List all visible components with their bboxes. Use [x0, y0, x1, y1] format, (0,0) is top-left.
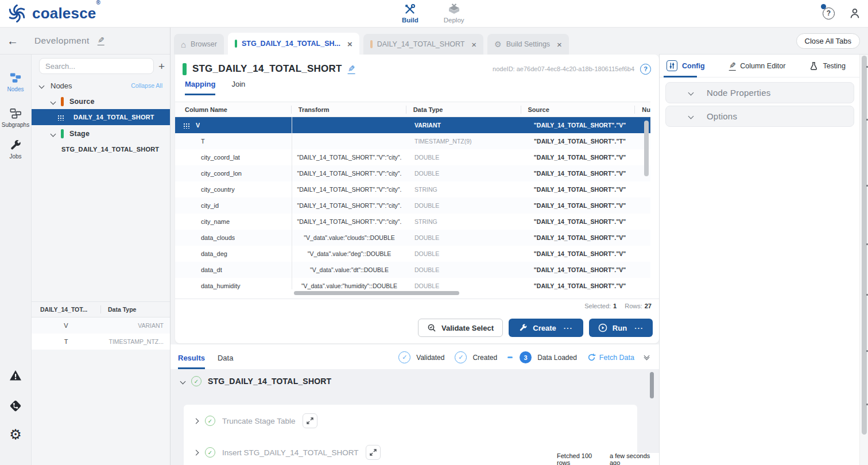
- expand-step-button[interactable]: [303, 413, 317, 428]
- results-scrollbar[interactable]: [650, 372, 654, 398]
- mapping-row[interactable]: data_clouds"V_data".value:"clouds"::DOUB…: [175, 230, 650, 246]
- created-check-icon: [455, 351, 467, 363]
- collapse-results-icon[interactable]: [645, 356, 649, 359]
- column-name-text: city_id: [201, 202, 219, 209]
- validate-select-button[interactable]: Validate Select: [418, 319, 503, 337]
- search-input[interactable]: [39, 58, 154, 74]
- mapping-row[interactable]: VVARIANT"DAILY_14_TOTAL_SHORT"."V": [175, 117, 650, 133]
- mapping-row[interactable]: city_coord_lat"DAILY_14_TOTAL_SHORT"."V"…: [175, 149, 650, 165]
- tab-config[interactable]: Config: [666, 60, 705, 71]
- mapping-row[interactable]: TTIMESTAMP_NTZ(9)"DAILY_14_TOTAL_SHORT".…: [175, 133, 650, 149]
- tab-build-settings[interactable]: ⚙ Build Settings ×: [487, 34, 569, 55]
- tab-stg-daily-14-total-short[interactable]: STG_DAILY_14_TOTAL_SH... ×: [228, 33, 359, 55]
- coalesce-logo[interactable]: coalesce®: [7, 3, 100, 24]
- tab-results[interactable]: Results: [178, 354, 205, 369]
- close-all-tabs-button[interactable]: Close All Tabs: [796, 33, 860, 49]
- cell-transform: "DAILY_14_TOTAL_SHORT"."V":"city".: [292, 154, 407, 161]
- node-title: STG_DAILY_14_TOTAL_SHORT: [192, 63, 342, 75]
- cell-column-name: V: [175, 122, 292, 129]
- chevron-down-icon[interactable]: [180, 378, 186, 384]
- cell-data-type: VARIANT: [407, 122, 522, 129]
- tab-data[interactable]: Data: [218, 354, 233, 369]
- stage-badge-icon: [61, 129, 64, 138]
- run-button[interactable]: Run ···: [589, 319, 653, 337]
- settings-button[interactable]: ⚙: [0, 428, 31, 441]
- tab-browser[interactable]: ⌂ Browser: [174, 34, 224, 55]
- create-more-menu[interactable]: ···: [564, 324, 573, 332]
- cell-source: "DAILY_14_TOTAL_SHORT"."V": [522, 234, 637, 241]
- preview-row[interactable]: VVARIANT: [32, 317, 170, 334]
- accordion-node-properties[interactable]: Node Properties: [665, 82, 854, 103]
- results-node-row[interactable]: STG_DAILY_14_TOTAL_SHORT: [181, 376, 331, 386]
- close-all-tabs-label: Close All Tabs: [805, 37, 851, 45]
- column-name-text: data_dt: [201, 266, 222, 273]
- drag-handle-icon[interactable]: [183, 122, 190, 129]
- step-row[interactable]: Truncate Stage Table: [194, 412, 637, 429]
- problems-button[interactable]: [0, 369, 31, 382]
- fetched-rows-text: Fetched 100 rows: [557, 452, 604, 465]
- back-arrow-icon[interactable]: ←: [0, 34, 25, 48]
- cell-column-name: city_id: [175, 202, 292, 209]
- accordion-options[interactable]: Options: [665, 106, 854, 127]
- chevron-down-icon[interactable]: [51, 131, 56, 137]
- cell-data-type: DOUBLE: [407, 282, 522, 289]
- cell-source: "DAILY_14_TOTAL_SHORT"."V": [522, 122, 637, 129]
- mapping-row[interactable]: city_id"DAILY_14_TOTAL_SHORT"."V":"city"…: [175, 197, 650, 214]
- mapping-row[interactable]: city_country"DAILY_14_TOTAL_SHORT"."V":"…: [175, 181, 650, 197]
- page-scrollbar-thumb[interactable]: [862, 56, 867, 435]
- preview-data-type: VARIANT: [100, 322, 170, 329]
- close-tab-icon[interactable]: ×: [471, 40, 476, 49]
- add-node-button[interactable]: +: [158, 61, 165, 72]
- tab-mapping[interactable]: Mapping: [185, 80, 215, 95]
- mapping-row[interactable]: data_humidity"V_data".value:"humidity"::…: [175, 278, 650, 289]
- rail-item-nodes[interactable]: Nodes: [0, 72, 31, 92]
- node-help-icon[interactable]: ?: [640, 64, 651, 75]
- run-more-menu[interactable]: ···: [634, 324, 644, 332]
- horizontal-scrollbar[interactable]: [294, 291, 459, 295]
- tab-join[interactable]: Join: [231, 80, 245, 95]
- column-name-text: data_humidity: [201, 282, 241, 289]
- tab-column-editor[interactable]: ✎ Column Editor: [729, 61, 786, 71]
- tree-item-daily-14-total-short[interactable]: DAILY_14_TOTAL_SHORT: [32, 109, 170, 125]
- config-panel: Config ✎ Column Editor Testing Node Prop…: [659, 55, 859, 465]
- chevron-right-icon[interactable]: [193, 450, 199, 455]
- mapping-row[interactable]: data_deg"V_data".value:"deg"::DOUBLEDOUB…: [175, 246, 650, 262]
- tree-group-stage[interactable]: Stage: [32, 128, 170, 140]
- expand-step-button[interactable]: [366, 445, 381, 460]
- tree-item-stg-daily-14-total-short[interactable]: STG_DAILY_14_TOTAL_SHORT: [32, 143, 170, 156]
- editor-tab-bar: ⌂ Browser STG_DAILY_14_TOTAL_SH... × DAI…: [170, 28, 659, 55]
- table-vertical-scrollbar[interactable]: [644, 121, 649, 176]
- chevron-right-icon[interactable]: [193, 418, 199, 424]
- mapping-table: Column Name Transform Data Type Source N…: [175, 102, 650, 289]
- page-scrollbar[interactable]: [859, 55, 868, 465]
- chevron-down-icon[interactable]: [51, 99, 56, 104]
- fetch-data-button[interactable]: Fetch Data: [587, 353, 634, 362]
- user-icon[interactable]: [848, 7, 861, 20]
- edit-workspace-icon[interactable]: ✎: [98, 36, 104, 45]
- active-tab-underline: [664, 76, 697, 78]
- close-tab-icon[interactable]: ×: [347, 39, 352, 49]
- tree-group-source[interactable]: Source: [32, 96, 170, 107]
- rail-item-subgraphs[interactable]: Subgraphs: [0, 107, 31, 128]
- cell-transform: "DAILY_14_TOTAL_SHORT"."V":"city".: [292, 186, 407, 193]
- nav-deploy[interactable]: Deploy: [444, 3, 464, 24]
- preview-row[interactable]: TTIMESTAMP_NTZ...: [32, 334, 170, 350]
- collapse-all-link[interactable]: Collapse All: [131, 82, 162, 89]
- git-icon: [9, 399, 22, 413]
- git-button[interactable]: [0, 399, 31, 413]
- tab-testing[interactable]: Testing: [809, 61, 846, 71]
- nav-build[interactable]: Build: [402, 3, 418, 24]
- mapping-row[interactable]: city_name"DAILY_14_TOTAL_SHORT"."V":"cit…: [175, 214, 650, 230]
- mapping-row[interactable]: data_dt"V_data".value:"dt"::DOUBLEDOUBLE…: [175, 262, 650, 278]
- tab-daily-14-total-short[interactable]: DAILY_14_TOTAL_SHORT ×: [363, 34, 483, 55]
- close-tab-icon[interactable]: ×: [557, 40, 562, 49]
- help-icon[interactable]: ?: [823, 7, 835, 20]
- create-button[interactable]: Create ···: [509, 319, 583, 337]
- rail-item-jobs[interactable]: Jobs: [0, 140, 31, 160]
- tree-item-label: STG_DAILY_14_TOTAL_SHORT: [61, 146, 159, 153]
- drag-handle-icon[interactable]: [57, 114, 64, 121]
- mapping-row[interactable]: city_coord_lon"DAILY_14_TOTAL_SHORT"."V"…: [175, 165, 650, 181]
- chevron-down-icon[interactable]: [39, 83, 45, 88]
- tree-root-nodes[interactable]: Nodes Collapse All: [32, 80, 170, 91]
- edit-node-name-icon[interactable]: ✎: [348, 64, 355, 74]
